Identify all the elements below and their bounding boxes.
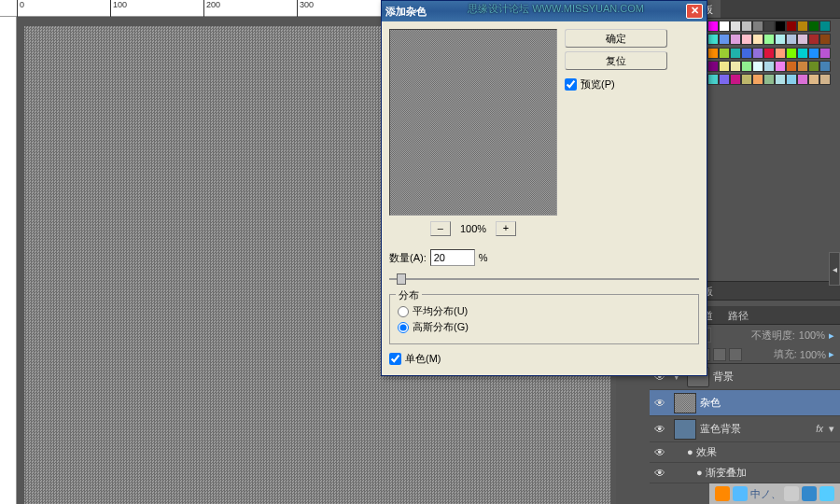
swatch[interactable] bbox=[808, 48, 819, 59]
zoom-in-button[interactable]: + bbox=[496, 221, 516, 236]
layer-name[interactable]: 背景 bbox=[713, 370, 734, 384]
preview-checkbox-row[interactable]: 预览(P) bbox=[565, 77, 667, 91]
swatch[interactable] bbox=[808, 34, 819, 45]
lock-all-icon[interactable] bbox=[729, 348, 742, 361]
layer-bluebg-row[interactable]: 👁 蓝色背景 fx ▾ bbox=[650, 416, 840, 442]
swatch[interactable] bbox=[752, 21, 763, 32]
uniform-radio[interactable] bbox=[398, 306, 409, 317]
swatch[interactable] bbox=[786, 21, 797, 32]
swatch[interactable] bbox=[730, 34, 741, 45]
swatch[interactable] bbox=[707, 48, 719, 59]
swatch[interactable] bbox=[786, 48, 797, 59]
swatch[interactable] bbox=[819, 74, 831, 85]
swatch[interactable] bbox=[763, 21, 775, 32]
visibility-icon[interactable]: 👁 bbox=[650, 467, 670, 480]
swatch[interactable] bbox=[797, 48, 808, 59]
swatch[interactable] bbox=[730, 74, 741, 85]
swatch[interactable] bbox=[707, 74, 719, 85]
swatch[interactable] bbox=[707, 21, 719, 32]
layer-name[interactable]: 蓝色背景 bbox=[700, 422, 741, 436]
swatch[interactable] bbox=[797, 34, 808, 45]
swatch[interactable] bbox=[752, 34, 763, 45]
swatch[interactable] bbox=[819, 21, 831, 32]
swatch[interactable] bbox=[752, 74, 763, 85]
mono-checkbox-row[interactable]: 单色(M) bbox=[389, 352, 699, 366]
reset-button[interactable]: 复位 bbox=[565, 51, 667, 70]
tray-icon[interactable] bbox=[715, 486, 730, 501]
swatch[interactable] bbox=[808, 21, 819, 32]
swatch[interactable] bbox=[730, 21, 741, 32]
swatch[interactable] bbox=[808, 61, 819, 72]
uniform-radio-row[interactable]: 平均分布(U) bbox=[398, 304, 691, 318]
layer-name[interactable]: 杂色 bbox=[700, 396, 721, 410]
gaussian-radio[interactable] bbox=[398, 322, 409, 333]
panel-collapse-toggle[interactable]: ◂ bbox=[829, 252, 840, 286]
swatch[interactable] bbox=[786, 74, 797, 85]
swatch[interactable] bbox=[719, 74, 730, 85]
tray-icon[interactable] bbox=[733, 486, 748, 501]
swatch[interactable] bbox=[763, 34, 775, 45]
layer-effects-row[interactable]: 👁 ● 效果 bbox=[650, 442, 840, 463]
fill-value[interactable]: 100% bbox=[800, 349, 826, 360]
visibility-icon[interactable]: 👁 bbox=[650, 397, 670, 410]
swatch[interactable] bbox=[707, 61, 719, 72]
ok-button[interactable]: 确定 bbox=[565, 29, 667, 48]
chevron-right-icon[interactable]: ▸ bbox=[829, 329, 834, 342]
tray-icon[interactable] bbox=[819, 486, 834, 501]
swatch[interactable] bbox=[707, 34, 719, 45]
swatch[interactable] bbox=[797, 21, 808, 32]
chevron-down-icon[interactable]: ▾ bbox=[829, 423, 834, 435]
swatch[interactable] bbox=[730, 48, 741, 59]
swatch[interactable] bbox=[741, 74, 752, 85]
close-button[interactable]: ✕ bbox=[686, 4, 703, 19]
swatch[interactable] bbox=[797, 61, 808, 72]
slider-thumb[interactable] bbox=[397, 273, 406, 285]
fx-badge[interactable]: fx bbox=[816, 424, 823, 434]
tray-icon[interactable] bbox=[802, 486, 817, 501]
tray-icon[interactable] bbox=[784, 486, 799, 501]
swatch[interactable] bbox=[752, 48, 763, 59]
visibility-icon[interactable]: 👁 bbox=[650, 446, 670, 459]
swatch[interactable] bbox=[775, 74, 786, 85]
tab-paths[interactable]: 路径 bbox=[721, 306, 756, 324]
swatch[interactable] bbox=[786, 61, 797, 72]
swatch[interactable] bbox=[819, 34, 831, 45]
swatch[interactable] bbox=[741, 21, 752, 32]
swatch[interactable] bbox=[808, 74, 819, 85]
preview-box[interactable] bbox=[389, 29, 557, 216]
swatch[interactable] bbox=[741, 34, 752, 45]
swatch[interactable] bbox=[741, 48, 752, 59]
swatch[interactable] bbox=[797, 74, 808, 85]
visibility-icon[interactable]: 👁 bbox=[650, 423, 670, 436]
swatch[interactable] bbox=[819, 48, 831, 59]
swatch[interactable] bbox=[775, 61, 786, 72]
opacity-label: 不透明度: bbox=[751, 329, 795, 343]
lock-position-icon[interactable] bbox=[713, 348, 726, 361]
swatch[interactable] bbox=[775, 34, 786, 45]
swatch[interactable] bbox=[741, 61, 752, 72]
swatch[interactable] bbox=[719, 61, 730, 72]
chevron-right-icon[interactable]: ▸ bbox=[829, 348, 834, 360]
swatch[interactable] bbox=[775, 21, 786, 32]
swatch[interactable] bbox=[786, 34, 797, 45]
gaussian-radio-row[interactable]: 高斯分布(G) bbox=[398, 320, 691, 334]
mono-checkbox[interactable] bbox=[389, 353, 401, 365]
zoom-out-button[interactable]: – bbox=[430, 221, 451, 236]
amount-slider[interactable] bbox=[389, 272, 699, 287]
swatch[interactable] bbox=[719, 48, 730, 59]
swatch[interactable] bbox=[719, 21, 730, 32]
swatch[interactable] bbox=[730, 61, 741, 72]
swatch[interactable] bbox=[752, 61, 763, 72]
swatch[interactable] bbox=[763, 74, 775, 85]
swatch[interactable] bbox=[775, 48, 786, 59]
swatch[interactable] bbox=[719, 34, 730, 45]
swatch[interactable] bbox=[819, 61, 831, 72]
layer-gradient-row[interactable]: 👁 ● 渐变叠加 bbox=[650, 463, 840, 483]
distribution-fieldset: 分布 平均分布(U) 高斯分布(G) bbox=[389, 294, 699, 344]
amount-input[interactable] bbox=[430, 249, 475, 266]
preview-checkbox[interactable] bbox=[565, 78, 577, 91]
opacity-value[interactable]: 100% bbox=[799, 329, 825, 341]
layer-noise-row[interactable]: 👁 杂色 bbox=[650, 390, 840, 416]
swatch[interactable] bbox=[763, 61, 775, 72]
swatch[interactable] bbox=[763, 48, 775, 59]
